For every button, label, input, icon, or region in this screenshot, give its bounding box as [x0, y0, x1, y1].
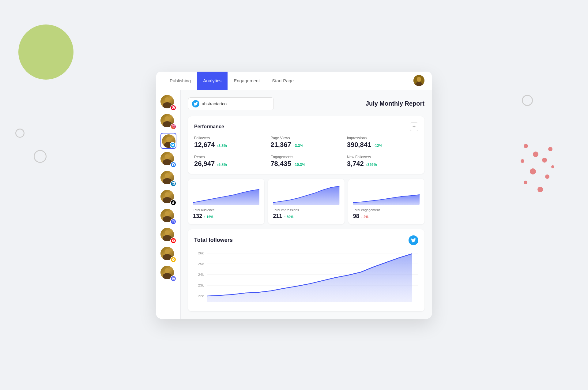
- metric-change: ↑5.8%: [217, 163, 227, 167]
- sidebar-account-linkedin[interactable]: [160, 171, 176, 187]
- metric-value: 3,742: [347, 160, 364, 168]
- metric-item-new-followers: New Followers 3,742 ↑326%: [347, 155, 418, 168]
- metric-item-followers: Followers 12,674 ↑3.3%: [194, 136, 266, 149]
- top-nav: Publishing Analytics Engagement Start Pa…: [156, 72, 432, 90]
- metric-label: Page Views: [270, 136, 342, 140]
- metric-item-reach: Reach 26,947 ↑5.8%: [194, 155, 266, 168]
- tiktok-badge: [170, 200, 176, 206]
- app-container: Publishing Analytics Engagement Start Pa…: [156, 72, 432, 319]
- metric-label: Followers: [194, 136, 266, 140]
- metric-value: 12,674: [194, 141, 215, 149]
- sidebar-account-discord[interactable]: [160, 266, 176, 282]
- performance-title: Performance: [194, 124, 224, 129]
- metric-change: ↑10.3%: [293, 163, 305, 167]
- sidebar-account-calendar[interactable]: [160, 209, 176, 225]
- followers-chart-area: 26k 25k 24k 23k 22k: [194, 250, 418, 305]
- followers-chart-card: Total followers 26k 2: [188, 229, 424, 311]
- svg-text:24k: 24k: [198, 273, 204, 276]
- mini-chart-area: [353, 184, 420, 205]
- google-badge: [170, 257, 176, 263]
- bg-circle-sm: [15, 129, 24, 138]
- mini-chart-total-engagement: Total engagement 98 ↓ 2%: [348, 179, 424, 224]
- discord-badge: [170, 276, 176, 282]
- sidebar: [156, 90, 181, 319]
- sidebar-account-youtube[interactable]: [160, 228, 176, 244]
- mini-chart-value-row: 211 ↑ 89%: [273, 213, 339, 219]
- mini-chart-value-row: 132 ↑ 16%: [193, 213, 259, 219]
- mini-chart-value: 98: [353, 213, 359, 219]
- sidebar-account-instagram[interactable]: [160, 114, 176, 130]
- account-selector-row: July Monthly Report: [188, 97, 424, 110]
- metric-label: Reach: [194, 155, 266, 159]
- sidebar-account-pinterest[interactable]: [160, 95, 176, 111]
- nav-tabs: Publishing Analytics Engagement Start Pa…: [164, 72, 413, 90]
- mini-chart-change: ↓ 2%: [361, 215, 368, 219]
- metric-value: 390,841: [347, 141, 371, 149]
- bg-circle-md: [34, 150, 47, 163]
- mini-chart-value: 211: [273, 213, 282, 219]
- facebook-badge: [170, 162, 176, 168]
- sidebar-account-google[interactable]: [160, 247, 176, 263]
- tab-start-page[interactable]: Start Page: [266, 72, 300, 90]
- mini-chart-label: Total impressions: [273, 208, 339, 212]
- metric-value: 78,435: [270, 160, 291, 168]
- sidebar-account-tiktok[interactable]: [160, 190, 176, 206]
- metric-change: ↑326%: [366, 163, 377, 167]
- bg-decoration-green: [18, 24, 74, 80]
- svg-text:22k: 22k: [198, 294, 204, 298]
- metric-change: ↑12%: [373, 144, 382, 148]
- metric-item-engagements: Engagements 78,435 ↑10.3%: [270, 155, 342, 168]
- bg-red-dots: [514, 141, 557, 196]
- report-title: July Monthly Report: [366, 100, 424, 107]
- followers-twitter-badge: [409, 235, 418, 245]
- followers-chart-svg: 26k 25k 24k 23k 22k: [194, 250, 418, 305]
- sidebar-account-facebook[interactable]: [160, 152, 176, 168]
- svg-point-1: [417, 77, 421, 82]
- metric-value: 26,947: [194, 160, 215, 168]
- mini-chart-total-impressions: Total impressions 211 ↑ 89%: [268, 179, 344, 224]
- followers-header: Total followers: [194, 235, 418, 245]
- mini-chart-total-audience: Total audience 132 ↑ 16%: [188, 179, 264, 224]
- main-content: July Monthly Report Performance + Follow…: [156, 90, 432, 319]
- svg-rect-4: [172, 220, 175, 223]
- calendar-badge: [170, 219, 176, 225]
- metric-value-row: 3,742 ↑326%: [347, 160, 418, 168]
- metric-change: ↑3.3%: [217, 144, 227, 148]
- bg-circle-right: [522, 95, 533, 106]
- mini-chart-area: [273, 184, 339, 205]
- pinterest-badge: [170, 105, 176, 111]
- youtube-badge: [170, 238, 176, 244]
- account-search-input[interactable]: [202, 101, 270, 106]
- sidebar-account-twitter[interactable]: [160, 133, 176, 149]
- svg-text:26k: 26k: [198, 251, 204, 255]
- performance-add-button[interactable]: +: [410, 122, 418, 131]
- mini-chart-change: ↑ 89%: [284, 215, 293, 219]
- metric-value-row: 21,367 ↑3.3%: [270, 141, 342, 149]
- followers-title: Total followers: [194, 237, 233, 243]
- svg-text:23k: 23k: [198, 283, 204, 287]
- linkedin-badge: [170, 181, 176, 187]
- account-search[interactable]: [188, 97, 274, 110]
- tab-publishing[interactable]: Publishing: [164, 72, 197, 90]
- metric-value-row: 12,674 ↑3.3%: [194, 141, 266, 149]
- metric-value: 21,367: [270, 141, 291, 149]
- metric-value-row: 390,841 ↑12%: [347, 141, 418, 149]
- tab-analytics[interactable]: Analytics: [197, 72, 228, 90]
- instagram-badge: [170, 124, 176, 130]
- metric-label: Impressions: [347, 136, 418, 140]
- account-search-avatar: [192, 100, 199, 107]
- mini-chart-value-row: 98 ↓ 2%: [353, 213, 420, 219]
- metric-value-row: 26,947 ↑5.8%: [194, 160, 266, 168]
- metric-label: Engagements: [270, 155, 342, 159]
- metric-item-impressions: Impressions 390,841 ↑12%: [347, 136, 418, 149]
- metric-label: New Followers: [347, 155, 418, 159]
- mini-chart-change: ↑ 16%: [204, 215, 213, 219]
- user-avatar[interactable]: [413, 75, 424, 86]
- mini-chart-value: 132: [193, 213, 202, 219]
- metric-item-page-views: Page Views 21,367 ↑3.3%: [270, 136, 342, 149]
- metric-change: ↑3.3%: [293, 144, 303, 148]
- twitter-badge: [170, 142, 176, 148]
- mini-chart-label: Total engagement: [353, 208, 420, 212]
- metrics-grid: Followers 12,674 ↑3.3% Page Views 21,367…: [194, 136, 418, 168]
- tab-engagement[interactable]: Engagement: [228, 72, 266, 90]
